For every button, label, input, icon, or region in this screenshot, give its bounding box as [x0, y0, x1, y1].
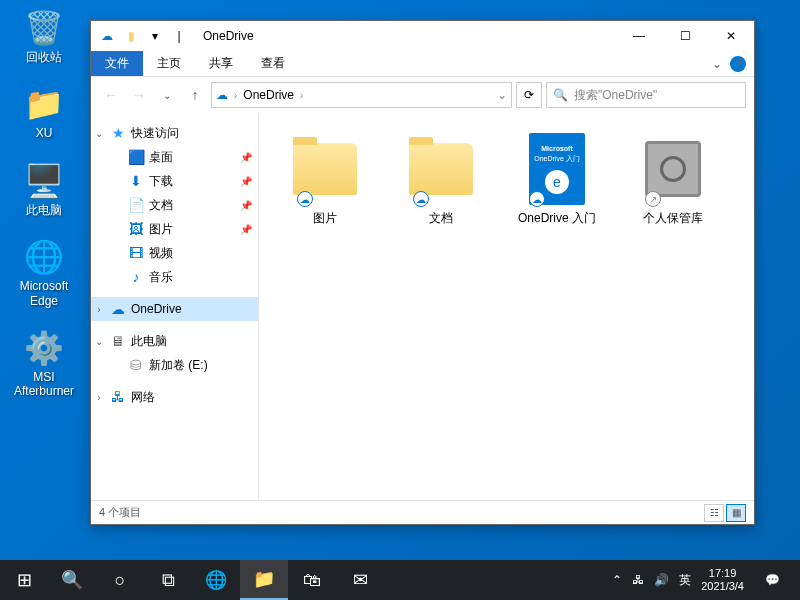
- taskbar-task-view[interactable]: ⧉: [144, 560, 192, 600]
- taskbar-search[interactable]: 🔍: [48, 560, 96, 600]
- nav-quick-downloads[interactable]: ⬇下载📌: [109, 169, 258, 193]
- breadcrumb[interactable]: OneDrive: [243, 88, 294, 102]
- volume-icon[interactable]: 🔊: [654, 573, 669, 587]
- desktop: 🗑️回收站📁XU🖥️此电脑🌐Microsoft Edge⚙️MSI Afterb…: [0, 0, 800, 600]
- pin-icon: 📌: [240, 176, 252, 187]
- ime-indicator[interactable]: 英: [679, 572, 691, 589]
- documents-icon: 📄: [127, 197, 145, 213]
- network-icon: 🖧: [109, 389, 127, 405]
- msi-afterburner-icon: ⚙️: [24, 328, 64, 368]
- this-pc-icon: 🖥️: [24, 161, 64, 201]
- nav-item-label: 图片: [149, 221, 173, 238]
- taskbar-cortana[interactable]: ○: [96, 560, 144, 600]
- ribbon-expand-icon[interactable]: ⌄: [712, 57, 722, 71]
- address-bar[interactable]: ☁ › OneDrive › ⌄: [211, 82, 512, 108]
- tab-file[interactable]: 文件: [91, 51, 143, 76]
- videos-icon: 🎞: [127, 245, 145, 261]
- computer-icon: 🖥: [109, 333, 127, 349]
- desktop-icon-recycle-bin[interactable]: 🗑️回收站: [8, 8, 80, 64]
- details-view-button[interactable]: ☷: [704, 504, 724, 522]
- star-icon: ★: [109, 125, 127, 141]
- cloud-sync-icon: ☁: [297, 191, 313, 207]
- desktop-icon-label: MSI Afterburner: [8, 370, 80, 399]
- forward-button[interactable]: →: [127, 83, 151, 107]
- nav-quick-documents[interactable]: 📄文档📌: [109, 193, 258, 217]
- recent-locations-button[interactable]: ⌄: [155, 83, 179, 107]
- close-button[interactable]: ✕: [708, 21, 754, 51]
- file-explorer-window: ☁ ▮ ▾ | OneDrive — ☐ ✕ 文件 主页 共享 查看 ⌄ ?: [90, 20, 755, 525]
- nav-this-pc[interactable]: ⌄ 🖥 此电脑: [91, 329, 258, 353]
- item-documents[interactable]: ☁文档: [391, 129, 491, 231]
- nav-item-label: 下载: [149, 173, 173, 190]
- taskbar-store[interactable]: 🛍: [288, 560, 336, 600]
- status-bar: 4 个项目 ☷ ▦: [91, 500, 754, 524]
- tray-overflow-icon[interactable]: ⌃: [612, 573, 622, 587]
- search-input[interactable]: 🔍 搜索"OneDrive": [546, 82, 746, 108]
- desktop-icon-label: Microsoft Edge: [8, 279, 80, 308]
- taskbar-start[interactable]: ⊞: [0, 560, 48, 600]
- folder-icon: ▮: [121, 26, 141, 46]
- window-title: OneDrive: [195, 29, 616, 43]
- nav-item-label: 音乐: [149, 269, 173, 286]
- nav-quick-videos[interactable]: 🎞视频: [109, 241, 258, 265]
- chevron-right-icon: ›: [300, 90, 303, 101]
- system-tray: ⌃ 🖧 🔊 英 17:19 2021/3/4 💬: [602, 560, 800, 600]
- desktop-icon-edge[interactable]: 🌐Microsoft Edge: [8, 237, 80, 308]
- icons-view-button[interactable]: ▦: [726, 504, 746, 522]
- desktop-icon: 🟦: [127, 149, 145, 165]
- qat-save-icon[interactable]: ▾: [145, 26, 165, 46]
- item-personal-vault[interactable]: ↗个人保管库: [623, 129, 723, 231]
- music-icon: ♪: [127, 269, 145, 285]
- back-button[interactable]: ←: [99, 83, 123, 107]
- pin-icon: 📌: [240, 152, 252, 163]
- nav-quick-music[interactable]: ♪音乐: [109, 265, 258, 289]
- pin-icon: 📌: [240, 200, 252, 211]
- expand-icon[interactable]: ›: [93, 304, 105, 315]
- navigation-bar: ← → ⌄ ↑ ☁ › OneDrive › ⌄ ⟳ 🔍 搜索"OneDrive…: [91, 77, 754, 113]
- up-button[interactable]: ↑: [183, 83, 207, 107]
- nav-quick-pictures[interactable]: 🖼图片📌: [109, 217, 258, 241]
- action-center-icon[interactable]: 💬: [754, 560, 790, 600]
- nav-onedrive[interactable]: › ☁ OneDrive: [91, 297, 258, 321]
- nav-network[interactable]: › 🖧 网络: [91, 385, 258, 409]
- clock[interactable]: 17:19 2021/3/4: [701, 567, 744, 593]
- content-area[interactable]: ☁图片☁文档MicrosoftOneDrive 入门e☁OneDrive 入门↗…: [259, 113, 754, 500]
- search-placeholder: 搜索"OneDrive": [574, 87, 657, 104]
- onedrive-icon: ☁: [97, 26, 117, 46]
- refresh-button[interactable]: ⟳: [516, 82, 542, 108]
- ribbon-tabs: 文件 主页 共享 查看 ⌄ ?: [91, 51, 754, 77]
- nav-quick-access[interactable]: ⌄ ★ 快速访问: [91, 121, 258, 145]
- tab-view[interactable]: 查看: [247, 51, 299, 76]
- maximize-button[interactable]: ☐: [662, 21, 708, 51]
- collapse-icon[interactable]: ⌄: [93, 336, 105, 347]
- taskbar-edge[interactable]: 🌐: [192, 560, 240, 600]
- navigation-pane: ⌄ ★ 快速访问 🟦桌面📌⬇下载📌📄文档📌🖼图片📌🎞视频♪音乐 › ☁ OneD…: [91, 113, 259, 500]
- nav-quick-desktop[interactable]: 🟦桌面📌: [109, 145, 258, 169]
- desktop-icon-xu-folder[interactable]: 📁XU: [8, 84, 80, 140]
- downloads-icon: ⬇: [127, 173, 145, 189]
- desktop-icon-msi-afterburner[interactable]: ⚙️MSI Afterburner: [8, 328, 80, 399]
- search-icon: 🔍: [553, 88, 568, 102]
- address-dropdown-icon[interactable]: ⌄: [497, 88, 507, 102]
- nav-item-label: 桌面: [149, 149, 173, 166]
- collapse-icon[interactable]: ⌄: [93, 128, 105, 139]
- tab-share[interactable]: 共享: [195, 51, 247, 76]
- onedrive-icon: ☁: [109, 301, 127, 317]
- item-label: 图片: [313, 211, 337, 227]
- drive-icon: ⛁: [127, 357, 145, 373]
- item-label: 个人保管库: [643, 211, 703, 227]
- item-getting-started[interactable]: MicrosoftOneDrive 入门e☁OneDrive 入门: [507, 129, 607, 231]
- folder-icon: [293, 143, 357, 195]
- item-pictures[interactable]: ☁图片: [275, 129, 375, 231]
- taskbar-explorer[interactable]: 📁: [240, 560, 288, 600]
- expand-icon[interactable]: ›: [93, 392, 105, 403]
- minimize-button[interactable]: —: [616, 21, 662, 51]
- taskbar-mail[interactable]: ✉: [336, 560, 384, 600]
- taskbar: ⊞🔍○⧉🌐📁🛍✉ ⌃ 🖧 🔊 英 17:19 2021/3/4 💬: [0, 560, 800, 600]
- network-icon[interactable]: 🖧: [632, 573, 644, 587]
- chevron-right-icon: ›: [234, 90, 237, 101]
- desktop-icon-this-pc[interactable]: 🖥️此电脑: [8, 161, 80, 217]
- tab-home[interactable]: 主页: [143, 51, 195, 76]
- help-icon[interactable]: ?: [730, 56, 746, 72]
- nav-volume-e[interactable]: ⛁ 新加卷 (E:): [109, 353, 258, 377]
